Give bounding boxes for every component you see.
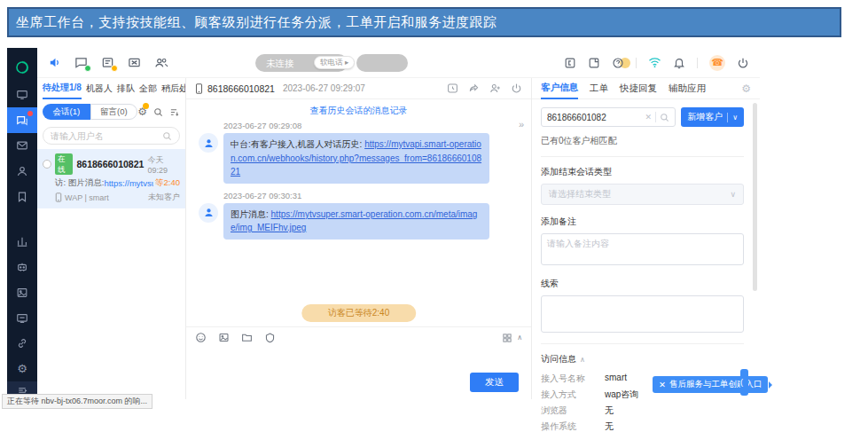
- conversation-phone: 8618666010821: [76, 159, 144, 169]
- chat-start-time: 2023-06-27 09:29:07: [283, 83, 365, 93]
- user-search-input[interactable]: [51, 131, 162, 141]
- sidebar-item-workbench[interactable]: [7, 82, 37, 108]
- close-icon[interactable]: ✕: [659, 380, 666, 389]
- scrollbar-thumb[interactable]: [753, 103, 757, 291]
- clue-input-box[interactable]: [541, 295, 744, 333]
- clear-icon[interactable]: ✕: [645, 113, 653, 122]
- transfer-icon[interactable]: [468, 82, 480, 94]
- tab-robot[interactable]: 机器人: [86, 79, 113, 98]
- tab-customer-info[interactable]: 客户信息: [541, 78, 578, 99]
- customer-search-box: ✕: [541, 107, 676, 127]
- robot-assist-icon[interactable]: [264, 332, 276, 343]
- power-logout-icon[interactable]: [737, 57, 749, 69]
- tab-queue[interactable]: 排队: [117, 79, 135, 98]
- sidebar-item-contacts[interactable]: [7, 159, 37, 185]
- sidebar-item-link[interactable]: [7, 331, 37, 357]
- mobile-icon: [195, 83, 203, 94]
- chat-header: 8618666010821 2023-06-27 09:29:07: [186, 78, 531, 99]
- end-type-select[interactable]: 请选择结束类型 ∨: [541, 184, 744, 205]
- match-result-text: 已有0位客户相匹配: [541, 135, 744, 147]
- message-time: 2023-06-27 09:29:08: [223, 121, 496, 130]
- segment-sessions[interactable]: 会话(1): [43, 104, 90, 120]
- history-messages-link[interactable]: 查看历史会话的消息记录: [186, 99, 531, 121]
- message-group: 2023-06-27 09:30:31 图片消息: https://mytvsu…: [186, 191, 531, 240]
- conversation-list-item[interactable]: 在线 8618666010821 今天 09:29 访: 图片消息: https…: [37, 149, 185, 208]
- softphone-right-segment: [356, 54, 408, 72]
- preview-link[interactable]: https://mytvsuper.smart-operation...: [104, 178, 153, 188]
- network-wifi-icon[interactable]: [648, 57, 661, 68]
- sidebar-item-chat[interactable]: [7, 107, 37, 133]
- tab-later[interactable]: 稍后处理: [161, 79, 185, 98]
- new-customer-button[interactable]: 新增客户 ∨: [681, 107, 744, 127]
- brand-logo-icon: [7, 55, 37, 81]
- message-bubble: 中台:有客户接入,机器人对话历史: https://mytvapi.smart-…: [223, 133, 489, 184]
- ticket-icon[interactable]: [101, 56, 114, 69]
- send-button[interactable]: 发送: [470, 373, 519, 392]
- conversation-time: 今天 09:29: [147, 154, 180, 175]
- gear-icon: ⚙: [17, 362, 27, 375]
- divider: [655, 112, 656, 122]
- page-banner: 坐席工作台，支持按技能组、顾客级别进行任务分派，工单开启和服务进度跟踪: [7, 7, 841, 37]
- reply-input-area[interactable]: 发送: [186, 348, 531, 399]
- panel-collapse-icon[interactable]: »: [519, 119, 524, 130]
- search-icon[interactable]: [660, 113, 669, 122]
- customer-search-input[interactable]: [547, 113, 642, 122]
- list-sort-icon[interactable]: [169, 107, 180, 117]
- caret-right-icon: ▸: [345, 58, 348, 67]
- chat-panel: 8618666010821 2023-06-27 09:29:07: [186, 78, 531, 399]
- sidebar-item-mail[interactable]: [7, 133, 37, 159]
- unread-dot: [27, 111, 33, 116]
- phone-call-icon[interactable]: ☎: [709, 55, 725, 71]
- sidebar-item-gallery[interactable]: [7, 280, 37, 306]
- chat-visitor-id: 8618666010821: [207, 83, 275, 94]
- sidebar-item-bookmark[interactable]: [7, 184, 37, 209]
- chat-status-icon[interactable]: [74, 56, 88, 69]
- history-clock-icon[interactable]: [447, 82, 458, 94]
- end-session-icon[interactable]: [511, 82, 522, 94]
- tab-quick-reply[interactable]: 快捷回复: [620, 79, 657, 98]
- toolbar-right-icons: ☎: [564, 55, 749, 71]
- console-icon[interactable]: [564, 57, 576, 69]
- chevron-down-icon: ∨: [732, 114, 738, 122]
- preview-prefix: 访: 图片消息:: [55, 177, 104, 189]
- team-icon[interactable]: [154, 56, 168, 69]
- visit-info-header[interactable]: 访问信息 ∧: [541, 353, 744, 365]
- more-apps-toggle[interactable]: ∧: [502, 333, 522, 343]
- agent-workbench-window: ⚙: [7, 48, 760, 399]
- chat-header-actions: [447, 82, 522, 94]
- end-type-label: 添加结束会话类型: [541, 166, 744, 178]
- online-check-badge: [84, 65, 91, 72]
- sidebar-item-settings[interactable]: ⚙: [7, 357, 37, 382]
- invite-agent-icon[interactable]: [489, 82, 501, 94]
- tab-pending[interactable]: 待处理1/8: [43, 78, 82, 99]
- select-radio[interactable]: [43, 160, 51, 169]
- visit-field-row: 操作系统无: [541, 420, 744, 432]
- file-folder-icon[interactable]: [241, 332, 253, 343]
- tab-all[interactable]: 全部: [139, 79, 157, 98]
- emoji-icon[interactable]: [195, 332, 207, 343]
- mail-block-icon[interactable]: [128, 56, 141, 69]
- sidebar-item-robot[interactable]: [7, 255, 37, 280]
- segment-messages[interactable]: 留言(0): [90, 104, 138, 120]
- avatar: [199, 133, 218, 153]
- tab-assist-apps[interactable]: 辅助应用: [669, 79, 706, 98]
- notes-icon[interactable]: [588, 57, 600, 69]
- sidebar-item-screen-monitor[interactable]: [7, 305, 37, 331]
- message-text: 图片消息:: [231, 209, 271, 219]
- remark-textarea[interactable]: [541, 233, 744, 265]
- sidebar-item-statistics[interactable]: [7, 229, 37, 255]
- side-entry-handle[interactable]: (: [740, 369, 748, 396]
- broadcast-icon[interactable]: [48, 56, 61, 69]
- panel-settings-icon[interactable]: ⚙: [741, 82, 751, 95]
- list-search-icon[interactable]: [153, 107, 163, 117]
- top-toolbar: 未连接 软电话 ▸: [37, 48, 760, 78]
- search-icon[interactable]: [162, 131, 172, 141]
- tab-ticket[interactable]: 工单: [590, 79, 608, 98]
- image-upload-icon[interactable]: [218, 332, 230, 343]
- help-icon[interactable]: [612, 57, 624, 69]
- notification-bell-icon[interactable]: [673, 57, 685, 69]
- list-settings-icon[interactable]: ⚙: [137, 106, 147, 118]
- content-row: 待处理1/8 机器人 排队 全部 稍后处理 会话(1) 留言(0) ⚙: [37, 78, 760, 399]
- editor-toolbar: ∧: [186, 326, 531, 348]
- softphone-dropdown[interactable]: 软电话 ▸: [314, 56, 355, 69]
